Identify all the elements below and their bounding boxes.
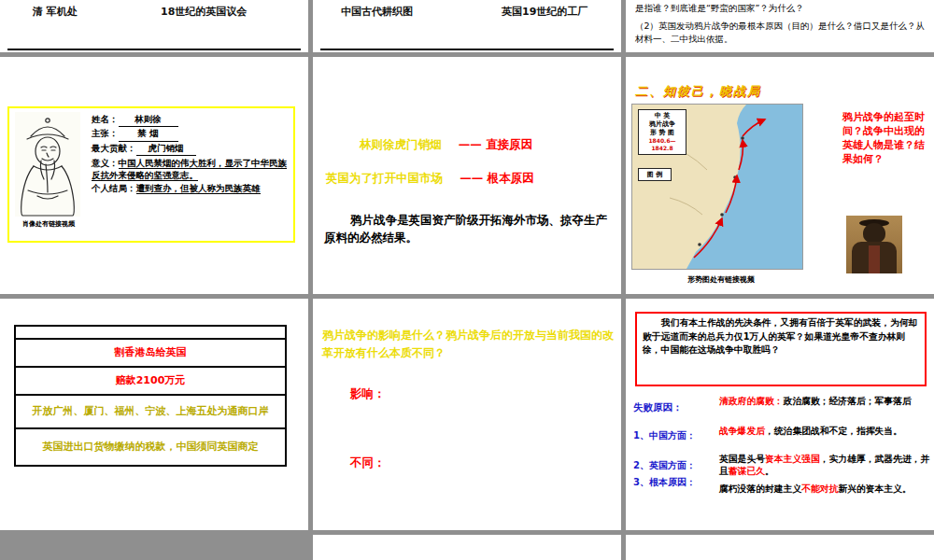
reason-text: 英国是头号 [719,454,765,464]
fail-item-root: 3、根本原因： [633,476,696,489]
field-value: 林则徐 [119,113,178,127]
root-cause-line: 英国为了打开中国市场 —— 根本原因 [326,171,534,187]
slide-sorter-grid: 清 军机处 18世纪的英国议会 中国古代耕织图 英国19世纪的工厂 是指谁？到底… [0,0,934,560]
reason-text: 政治腐败；经济落后；军事落后 [784,396,912,406]
field-contribution: 最大贡献：虎门销烟 [92,142,290,156]
field-value: 虎门销烟 [136,142,196,156]
portrait-video-caption: 肖像处有链接视频 [9,219,88,229]
linzexu-portrait-drawing [15,112,80,217]
photo-head [863,223,885,244]
slide-thumbnail-top-left[interactable]: 清 军机处 18世纪的英国议会 [0,0,308,52]
influence-label: 影响： [350,386,386,402]
treaty-row-indemnity: 赔款2100万元 [16,368,285,396]
reason-highlight: 战争爆发后 [719,426,765,436]
map-dates: 1840.6—1842.8 [639,137,686,152]
field-claim: 主张：禁 烟 [92,127,290,141]
reason-highlight: 蓄谋已久 [729,466,765,476]
image-caption: 清 军机处 [33,5,78,19]
reason-britain-strength: 英国是头号资本主义强国，实力雄厚，武器先进，并且蓄谋已久。 [719,454,930,478]
section-title: 二、知彼己，晓战局 [635,83,761,100]
linzexu-fields: 姓名：林则徐 主张：禁 烟 最大贡献：虎门销烟 意义：中国人民禁烟的伟大胜利，显… [92,113,290,195]
reason-highlight: 资本主义强国 [765,454,820,464]
root-cause-label: —— 根本原因 [460,171,533,185]
slide-thumbnail-next-right[interactable] [626,535,934,560]
map-title-box: 中 英 鸦片战争 形 势 图 1840.6—1842.8 [638,109,686,155]
fail-item-britain: 2、英国方面： [633,459,696,472]
field-label: 意义： [92,158,119,168]
reason-text: ，统治集团战和不定，指挥失当。 [765,426,902,436]
map-title-line: 形 势 图 [639,129,686,137]
image-caption: 英国19世纪的工厂 [502,5,587,19]
field-value: 禁 烟 [119,127,178,141]
field-label: 主张： [92,128,119,138]
fail-reason-label: 失败原因： [633,401,683,414]
treaty-row-ports: 开放广州、厦门、福州、宁波、上海五处为通商口岸 [16,396,285,429]
direct-cause-label: —— 直接原因 [459,137,532,151]
field-value: 遭到查办，但被人称为民族英雄 [136,183,261,194]
treaty-row-header [16,327,285,340]
slide-divider-line [320,49,614,50]
reason-highlight: 清政府的腐败： [719,396,784,406]
field-label: 个人结局： [92,183,136,193]
question-text: （2）英国发动鸦片战争的最根本原因（目的）是什么？借口又是什么？从材料一、二中找… [635,20,930,47]
difference-label: 不同： [350,455,386,471]
slide-thumbnail-defeat-reasons[interactable]: 我们有本土作战的先决条件，又拥有百倍于英军的武装，为何却败于远道而来的总兵力仅1… [626,299,934,530]
linzexu-portrait-video-link[interactable] [15,112,80,217]
map-legend-box: 图 例 [638,168,672,181]
direct-cause-fact: 林则徐虎门销烟 [360,137,442,151]
slide-thumbnail-causes[interactable]: 林则徐虎门销烟 —— 直接原因 英国为了打开中国市场 —— 根本原因 鸦片战争是… [313,57,621,294]
slide-thumbnail-top-right[interactable]: 是指谁？到底谁是“野蛮的国家”？为什么？ （2）英国发动鸦片战争的最根本原因（目… [626,0,934,52]
historical-figure-photo [846,216,902,273]
map-video-caption: 形势图处有链接视频 [687,274,755,285]
conclusion-text: 鸦片战争是英国资产阶级开拓海外市场、掠夺生产原料的必然结果。 [324,211,612,247]
map-title-line: 鸦片战争 [639,120,686,129]
field-value: 中国人民禁烟的伟大胜利，显示了中华民族反抗外来侵略的坚强意志。 [92,158,287,181]
slide-thumbnail-treaty[interactable]: 割香港岛给英国 赔款2100万元 开放广州、厦门、福州、宁波、上海五处为通商口岸… [0,299,308,530]
image-caption: 中国古代耕织图 [341,5,413,19]
slide-thumbnail-top-middle[interactable]: 中国古代耕织图 英国19世纪的工厂 [313,0,621,52]
reason-text: 新兴的资本主义。 [838,483,911,494]
treaty-row-tariff: 英国进出口货物缴纳的税款，中国须同英国商定 [16,429,285,465]
slide-thumbnail-influence[interactable]: 鸦片战争的影响是什么？鸦片战争后的开放与当前我国的改革开放有什么本质不同？ 影响… [313,299,621,530]
reason-text: 。 [765,466,774,476]
war-question-text: 鸦片战争的起至时间？战争中出现的英雄人物是谁？结果如何？ [842,111,930,166]
field-label: 最大贡献： [92,143,136,153]
reason-indecision: 战争爆发后，统治集团战和不定，指挥失当。 [719,426,930,438]
defeat-question-box: 我们有本土作战的先决条件，又拥有百倍于英军的武装，为何却败于远道而来的总兵力仅1… [635,312,927,386]
slide-thumbnail-warmap[interactable]: 二、知彼己，晓战局 中 英 [626,57,934,294]
direct-cause-line: 林则徐虎门销烟 —— 直接原因 [360,137,532,153]
reason-text: 腐朽没落的封建主义 [719,483,801,494]
field-name: 姓名：林则徐 [92,113,290,127]
slide-thumbnail-next-middle[interactable] [313,535,621,560]
linzexu-profile-box: 肖像处有链接视频 姓名：林则徐 主张：禁 烟 最大贡献：虎门销烟 意义：中国人民… [7,106,295,243]
slide-thumbnail-linzexu[interactable]: 肖像处有链接视频 姓名：林则徐 主张：禁 烟 最大贡献：虎门销烟 意义：中国人民… [0,57,308,294]
question-text: 是指谁？到底谁是“野蛮的国家”？为什么？ [635,3,930,15]
treaty-row-cession: 割香港岛给英国 [16,340,285,368]
reason-feudalism: 腐朽没落的封建主义不能对抗新兴的资本主义。 [719,483,930,496]
field-ending: 个人结局：遭到查办，但被人称为民族英雄 [92,183,290,195]
field-label: 姓名： [92,114,119,124]
root-cause-fact: 英国为了打开中国市场 [326,171,443,185]
field-meaning: 意义：中国人民禁烟的伟大胜利，显示了中华民族反抗外来侵略的坚强意志。 [92,158,290,182]
map-title-line: 中 英 [639,112,686,120]
fail-item-china: 1、中国方面： [633,429,696,442]
reason-corruption: 清政府的腐败：政治腐败；经济落后；军事落后 [719,396,930,408]
treaty-table: 割香港岛给英国 赔款2100万元 开放广州、厦门、福州、宁波、上海五处为通商口岸… [14,325,287,467]
slide-divider-line [7,49,301,50]
influence-question: 鸦片战争的影响是什么？鸦片战争后的开放与当前我国的改革开放有什么本质不同？ [322,327,614,362]
reason-highlight: 不能对抗 [801,483,838,494]
image-caption: 18世纪的英国议会 [161,5,247,19]
war-map-video-link[interactable]: 中 英 鸦片战争 形 势 图 1840.6—1842.8 图 例 [631,104,803,270]
photo-robe [869,245,880,273]
